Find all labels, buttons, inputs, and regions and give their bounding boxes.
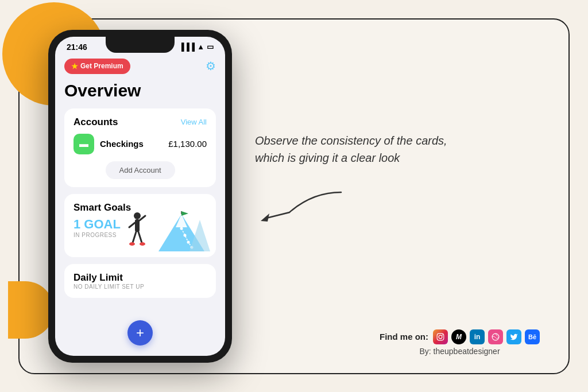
arrow-svg	[255, 189, 347, 224]
status-icons: ▐▐▐ ▲ ▭	[179, 42, 214, 51]
account-row: ▬ Checkings £1,130.00	[74, 134, 207, 154]
svg-point-6	[129, 242, 135, 246]
phone-mockup: 21:46 ▐▐▐ ▲ ▭ ★ Get Premium	[48, 30, 232, 363]
phone-notch	[106, 37, 175, 53]
svg-point-21	[492, 333, 499, 340]
star-icon: ★	[71, 62, 78, 71]
find-me-label: Find me on:	[380, 332, 428, 341]
right-content: Observe the consistency of the cards, wh…	[232, 132, 540, 261]
premium-button[interactable]: ★ Get Premium	[64, 59, 130, 74]
dribbble-icon[interactable]	[488, 329, 503, 344]
mountain-svg	[153, 211, 210, 254]
outer-card: 21:46 ▐▐▐ ▲ ▭ ★ Get Premium	[18, 18, 570, 374]
daily-limit-subtitle: NO DAILY LIMIT SET UP	[74, 284, 207, 290]
behance-icon[interactable]: Bē	[525, 329, 540, 344]
svg-point-19	[439, 335, 442, 339]
accounts-title: Accounts	[74, 117, 118, 128]
battery-icon: ▭	[207, 42, 214, 51]
svg-line-2	[129, 223, 135, 227]
accounts-card-header: Accounts View All	[74, 117, 207, 128]
daily-limit-card: Daily Limit NO DAILY LIMIT SET UP	[64, 264, 216, 298]
top-bar: ★ Get Premium ⚙	[64, 59, 216, 74]
svg-line-5	[138, 232, 142, 243]
linkedin-icon[interactable]: in	[470, 329, 485, 344]
by-line: By: theupbeatdesigner	[380, 347, 540, 356]
medium-icon[interactable]: M	[451, 329, 466, 344]
gear-icon: ⚙	[206, 60, 216, 72]
phone-wrapper: 21:46 ▐▐▐ ▲ ▭ ★ Get Premium	[48, 30, 232, 363]
goals-illustration	[125, 211, 210, 254]
svg-point-0	[134, 212, 141, 219]
account-amount: £1,130.00	[168, 139, 207, 149]
svg-point-7	[140, 242, 145, 246]
overview-title: Overview	[64, 81, 216, 100]
signal-icon: ▐▐▐	[179, 42, 195, 51]
person-svg	[125, 211, 150, 254]
blob-bottom-left	[8, 281, 54, 339]
svg-marker-17	[261, 214, 269, 222]
annotation-text: Observe the consistency of the cards, wh…	[255, 132, 462, 166]
account-icon: ▬	[74, 134, 94, 154]
phone-screen: 21:46 ▐▐▐ ▲ ▭ ★ Get Premium	[55, 37, 225, 356]
svg-marker-11	[181, 211, 188, 216]
svg-point-20	[442, 334, 443, 335]
screen-content: ★ Get Premium ⚙ Overview Accounts Vi	[55, 54, 225, 350]
svg-line-4	[133, 232, 136, 243]
view-all-link[interactable]: View All	[181, 118, 207, 126]
premium-label: Get Premium	[80, 62, 123, 70]
instagram-icon[interactable]	[433, 329, 448, 344]
twitter-icon[interactable]	[506, 329, 521, 344]
daily-limit-title: Daily Limit	[74, 272, 207, 284]
accounts-card: Accounts View All ▬ Checkings £1,130.00 …	[64, 108, 216, 187]
svg-rect-1	[135, 219, 140, 232]
social-section: Find me on: M in Bē	[380, 329, 540, 356]
status-time: 21:46	[67, 42, 87, 52]
social-icons: M in Bē	[433, 329, 540, 344]
find-me-row: Find me on: M in Bē	[380, 329, 540, 344]
smart-goals-card: Smart Goals 1 GOAL IN PROGRESS	[64, 194, 216, 257]
fab-button[interactable]: +	[127, 320, 153, 346]
gear-button[interactable]: ⚙	[206, 59, 216, 73]
card-icon: ▬	[79, 139, 88, 149]
account-name: Checkings	[100, 139, 163, 149]
add-account-button[interactable]: Add Account	[106, 161, 175, 179]
arrow-container	[255, 189, 540, 226]
wifi-icon: ▲	[197, 42, 204, 51]
svg-point-13	[184, 234, 187, 236]
